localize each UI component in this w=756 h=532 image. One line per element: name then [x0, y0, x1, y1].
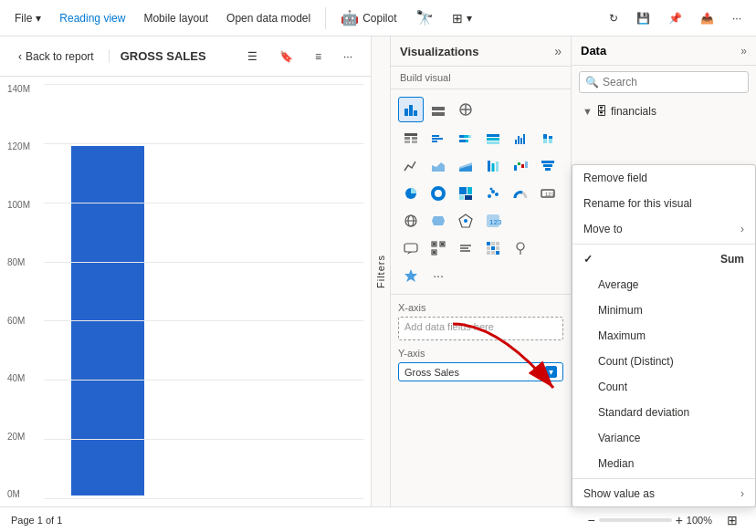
search-input[interactable] — [603, 76, 742, 89]
viz-panel-collapse-button[interactable]: » — [554, 44, 562, 58]
open-data-model-button[interactable]: Open data model — [219, 8, 318, 28]
stacked-col-icon[interactable] — [535, 126, 561, 151]
table-icon[interactable] — [398, 126, 424, 151]
data-panel-collapse-button[interactable]: » — [740, 45, 747, 57]
bar-chart-icon[interactable] — [398, 97, 424, 122]
y-axis-chip[interactable]: Gross Sales ▾ — [398, 362, 563, 381]
count-menu-item[interactable]: Count — [572, 374, 755, 400]
svg-rect-12 — [412, 141, 417, 143]
funnel-icon[interactable] — [535, 153, 561, 179]
shape-map-icon[interactable] — [453, 208, 478, 234]
chart-bar[interactable] — [71, 146, 144, 495]
average-menu-item[interactable]: Average — [572, 272, 755, 297]
svg-rect-49 — [459, 195, 464, 200]
svg-rect-27 — [523, 134, 525, 144]
more-report-icon: ··· — [343, 50, 352, 63]
report-header: ‹ Back to report GROSS SALES ☰ 🔖 ≡ ··· — [0, 37, 371, 77]
matrix-icon[interactable] — [480, 235, 506, 261]
move-to-menu-item[interactable]: Move to › — [572, 216, 755, 242]
ai-visuals-icon[interactable] — [398, 263, 424, 288]
zoom-out-button[interactable]: − — [587, 513, 594, 527]
map-icon[interactable] — [398, 208, 424, 234]
remove-field-menu-item[interactable]: Remove field — [572, 165, 755, 191]
variance-menu-item[interactable]: Variance — [572, 425, 755, 451]
status-bar-right: − + 100% ⊞ — [587, 509, 745, 531]
svg-rect-15 — [432, 141, 437, 142]
show-value-as-menu-item[interactable]: Show value as › — [572, 481, 755, 506]
clustered-col-icon[interactable] — [508, 126, 533, 151]
fit-page-button[interactable]: ⊞ — [719, 509, 745, 531]
count-distinct-label: Count (Distinct) — [598, 355, 674, 368]
zoom-slider[interactable] — [599, 518, 672, 522]
variance-label: Variance — [598, 432, 640, 444]
waterfall-icon[interactable] — [508, 153, 533, 179]
pie-icon[interactable] — [398, 181, 424, 206]
reading-view-button[interactable]: Reading view — [52, 8, 132, 28]
area-icon[interactable] — [425, 153, 451, 179]
pin-button[interactable]: 📌 — [661, 8, 689, 28]
visualizations-panel: Visualizations » Build visual — [391, 37, 572, 506]
sum-check-icon: ✓ — [583, 253, 593, 266]
100pct-stacked-icon[interactable] — [480, 126, 506, 151]
ribbon-icon[interactable] — [480, 153, 506, 179]
maximum-menu-item[interactable]: Maximum — [572, 323, 755, 349]
y-axis-dropdown-button[interactable]: ▾ — [545, 366, 557, 378]
share-icon: 📤 — [700, 12, 714, 25]
qr-icon[interactable] — [425, 235, 451, 261]
copilot-button[interactable]: 🤖 Copilot — [333, 5, 404, 30]
share-button[interactable]: 📤 — [693, 8, 721, 28]
svg-rect-31 — [549, 139, 552, 143]
more-report-button[interactable]: ··· — [336, 47, 360, 67]
card-icon[interactable]: 123 — [535, 181, 561, 206]
chart-inner — [44, 84, 363, 499]
svg-rect-36 — [492, 163, 495, 172]
mobile-layout-button[interactable]: Mobile layout — [136, 8, 215, 28]
financials-tree-item[interactable]: ▼ 🗄 financials — [579, 102, 749, 120]
filters-strip[interactable]: Filters — [371, 37, 391, 506]
binoculars-button[interactable]: 🔭 — [408, 5, 441, 30]
azure-map-icon[interactable]: 123 — [480, 208, 506, 234]
chart-area: 140M 120M 100M 80M 60M 40M 20M 0M — [0, 77, 371, 506]
x-axis-input[interactable]: Add data fields here — [398, 317, 563, 340]
treemap-icon[interactable] — [453, 181, 478, 206]
donut-icon[interactable] — [425, 181, 451, 206]
filled-map-icon[interactable] — [425, 208, 451, 234]
median-menu-item[interactable]: Median — [572, 451, 755, 476]
sum-menu-item[interactable]: ✓ Sum — [572, 246, 755, 272]
refresh-button[interactable]: ↻ — [602, 8, 625, 28]
svg-rect-3 — [432, 107, 445, 110]
grid-button[interactable]: ⊞ ▾ — [445, 7, 479, 29]
stacked-bar-icon[interactable] — [453, 126, 478, 151]
svg-rect-64 — [404, 244, 417, 252]
file-menu-button[interactable]: File ▾ — [7, 8, 48, 28]
callout-icon[interactable] — [398, 235, 424, 261]
bookmark-button[interactable]: 🔖 — [272, 47, 300, 67]
gauge-icon[interactable] — [508, 181, 533, 206]
viz-icon-row-1 — [398, 126, 563, 151]
save-button[interactable]: 💾 — [629, 8, 657, 28]
zoom-in-button[interactable]: + — [676, 513, 683, 527]
svg-rect-50 — [465, 195, 472, 200]
y-label-4: 60M — [7, 316, 30, 326]
clustered-bar-icon[interactable] — [425, 126, 451, 151]
svg-rect-70 — [441, 243, 444, 245]
filled-map2-icon[interactable] — [508, 235, 533, 261]
more-options-button[interactable]: ··· — [725, 8, 749, 28]
std-dev-menu-item[interactable]: Standard deviation — [572, 400, 755, 425]
sum-label: Sum — [720, 253, 744, 266]
more-viz-icon[interactable]: ··· — [425, 263, 451, 288]
line-chart-icon[interactable] — [453, 97, 478, 122]
scatter-icon[interactable] — [480, 181, 506, 206]
rename-visual-menu-item[interactable]: Rename for this visual — [572, 191, 755, 216]
line-icon[interactable] — [398, 153, 424, 179]
back-to-report-button[interactable]: ‹ Back to report — [11, 47, 101, 67]
count-distinct-menu-item[interactable]: Count (Distinct) — [572, 349, 755, 374]
column-chart-icon[interactable] — [425, 97, 451, 122]
hamburger-button[interactable]: ☰ — [240, 47, 265, 67]
filter-list-button[interactable]: ≡ — [308, 47, 329, 67]
svg-rect-82 — [491, 251, 495, 255]
minimum-menu-item[interactable]: Minimum — [572, 297, 755, 323]
smart-narrative-icon[interactable] — [453, 235, 478, 261]
grid-chevron-icon: ▾ — [467, 12, 472, 25]
stacked-area-icon[interactable] — [453, 153, 478, 179]
